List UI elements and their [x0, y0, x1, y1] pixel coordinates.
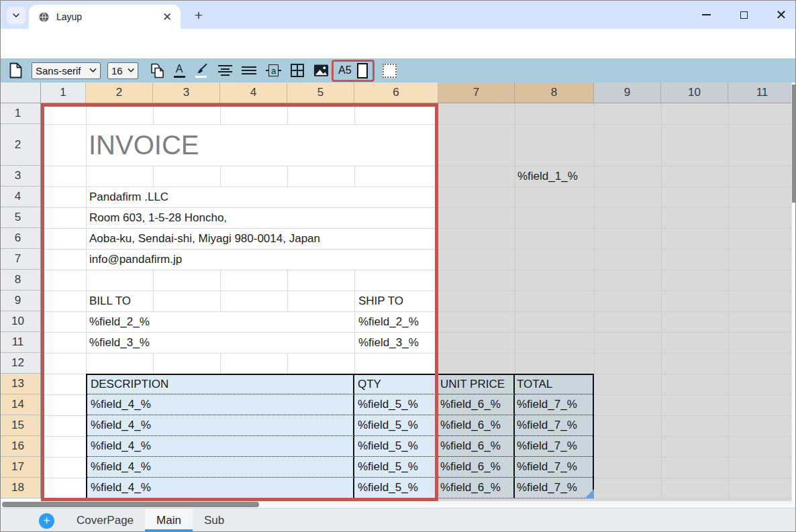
vertical-align-button[interactable] — [242, 60, 256, 81]
column-header-8[interactable]: 8 — [515, 83, 594, 103]
new-tab-button[interactable]: + — [189, 6, 208, 25]
vertical-scrollbar-thumb[interactable] — [792, 85, 796, 203]
column-header-1[interactable]: 1 — [41, 83, 86, 103]
sheet-tab-sub[interactable]: Sub — [193, 509, 236, 532]
vertical-scrollbar[interactable] — [791, 83, 796, 501]
cell-bill-to-field2[interactable]: %field_2_% — [89, 311, 150, 332]
new-document-button[interactable] — [6, 60, 25, 81]
table-cell-unit-price[interactable]: %field_6_% — [438, 477, 515, 498]
cell-field1[interactable]: %field_1_% — [517, 166, 578, 187]
table-header-qty[interactable]: QTY — [354, 375, 438, 394]
row-header-6[interactable]: 6 — [1, 228, 40, 249]
table-cell-qty[interactable]: %field_5_% — [354, 394, 438, 415]
cell-ship-to-field3[interactable]: %field_3_% — [358, 332, 419, 353]
gridline — [438, 207, 791, 208]
column-header-3[interactable]: 3 — [153, 83, 220, 103]
browser-tab[interactable]: Layup ✕ — [29, 5, 181, 29]
shrink-to-fit-button[interactable]: a — [266, 60, 281, 81]
table-cell-description[interactable]: %field_4_% — [87, 415, 354, 435]
row-header-13[interactable]: 13 — [1, 374, 40, 394]
cell-company-address1[interactable]: Room 603, 1-5-28 Honcho, — [89, 207, 227, 228]
print-area-button[interactable] — [383, 64, 397, 78]
fill-handle-triangle[interactable] — [585, 489, 594, 498]
row-header-17[interactable]: 17 — [1, 457, 40, 478]
cell-company-name[interactable]: Pandafirm .LLC — [89, 187, 168, 207]
gridline — [153, 103, 154, 124]
row-header-9[interactable]: 9 — [1, 290, 40, 311]
table-cell-total[interactable]: %field_7_% — [515, 415, 593, 435]
row-header-12[interactable]: 12 — [1, 353, 40, 374]
table-header-total[interactable]: TOTAL — [515, 375, 593, 394]
font-color-button[interactable]: A — [172, 60, 187, 81]
row-header-10[interactable]: 10 — [1, 311, 40, 332]
cell-bill-to-field3[interactable]: %field_3_% — [89, 332, 150, 353]
cell-ship-to-field2[interactable]: %field_2_% — [358, 311, 419, 332]
row-header-4[interactable]: 4 — [1, 187, 40, 207]
table-cell-description[interactable]: %field_4_% — [87, 394, 354, 415]
table-cell-description[interactable]: %field_4_% — [87, 435, 354, 456]
table-cell-qty[interactable]: %field_5_% — [354, 477, 438, 498]
table-cell-qty[interactable]: %field_5_% — [354, 415, 438, 435]
row-header-15[interactable]: 15 — [1, 415, 40, 436]
cell-ship-to-label[interactable]: SHIP TO — [358, 290, 403, 311]
maximize-button[interactable] — [734, 5, 754, 25]
row-header-5[interactable]: 5 — [1, 207, 40, 228]
sheet-tab-main[interactable]: Main — [145, 509, 193, 532]
horizontal-align-button[interactable] — [217, 60, 232, 81]
column-header-4[interactable]: 4 — [220, 83, 287, 103]
borders-button[interactable] — [291, 60, 304, 81]
cell-bill-to-label[interactable]: BILL TO — [89, 290, 131, 311]
table-cell-description[interactable]: %field_4_% — [87, 477, 354, 498]
table-cell-qty[interactable]: %field_5_% — [354, 435, 438, 456]
paper-size-control[interactable]: A5 — [332, 60, 375, 82]
gridline — [438, 290, 791, 291]
table-cell-unit-price[interactable]: %field_6_% — [438, 415, 515, 435]
tab-close-icon[interactable]: ✕ — [160, 10, 174, 24]
cell-invoice-title[interactable]: INVOICE — [89, 124, 199, 166]
select-all-corner[interactable] — [1, 83, 41, 103]
table-cell-qty[interactable]: %field_5_% — [354, 456, 438, 477]
sheet-tab-coverpage[interactable]: CoverPage — [65, 509, 145, 532]
horizontal-scrollbar[interactable] — [1, 501, 796, 508]
column-header-9[interactable]: 9 — [594, 83, 661, 103]
column-header-5[interactable]: 5 — [287, 83, 354, 103]
fill-color-button[interactable] — [193, 60, 208, 81]
minimize-button[interactable] — [696, 5, 716, 25]
row-header-14[interactable]: 14 — [1, 394, 40, 415]
copy-format-button[interactable] — [148, 60, 168, 81]
column-header-6[interactable]: 6 — [354, 83, 438, 103]
column-header-2[interactable]: 2 — [86, 83, 153, 103]
table-cell-total[interactable]: %field_7_% — [515, 456, 593, 477]
table-header-description[interactable]: DESCRIPTION — [87, 375, 354, 394]
column-header-10[interactable]: 10 — [661, 83, 728, 103]
tab-search-button[interactable] — [7, 7, 26, 24]
font-size-select[interactable]: 16 — [107, 62, 138, 79]
gridline — [220, 353, 221, 374]
invoice-items-table: DESCRIPTION QTY UNIT PRICE TOTAL %field_… — [86, 374, 594, 498]
table-header-unit-price[interactable]: UNIT PRICE — [438, 375, 515, 394]
table-cell-unit-price[interactable]: %field_6_% — [438, 394, 515, 415]
column-header-7[interactable]: 7 — [438, 83, 515, 103]
column-header-11[interactable]: 11 — [728, 83, 796, 103]
table-cell-total[interactable]: %field_7_% — [515, 477, 593, 498]
cell-company-email[interactable]: info@pandafirm.jp — [89, 249, 182, 270]
horizontal-scrollbar-thumb[interactable] — [2, 502, 259, 507]
row-header-16[interactable]: 16 — [1, 436, 40, 457]
row-header-18[interactable]: 18 — [1, 478, 40, 498]
close-window-button[interactable]: ✕ — [771, 5, 791, 25]
font-family-select[interactable]: Sans-serif — [32, 62, 101, 79]
table-cell-description[interactable]: %field_4_% — [87, 456, 354, 477]
row-header-2[interactable]: 2 — [1, 124, 40, 166]
row-header-8[interactable]: 8 — [1, 270, 40, 290]
table-cell-unit-price[interactable]: %field_6_% — [438, 456, 515, 477]
insert-image-button[interactable] — [313, 60, 329, 81]
row-header-11[interactable]: 11 — [1, 332, 40, 353]
table-cell-total[interactable]: %field_7_% — [515, 435, 593, 456]
add-sheet-button[interactable]: + — [39, 513, 54, 529]
table-cell-total[interactable]: %field_7_% — [515, 394, 593, 415]
row-header-3[interactable]: 3 — [1, 166, 40, 187]
table-cell-unit-price[interactable]: %field_6_% — [438, 435, 515, 456]
row-header-7[interactable]: 7 — [1, 249, 40, 270]
cell-company-address2[interactable]: Aoba-ku, Sendai-shi, Miyagi 980-0014, Ja… — [89, 228, 320, 249]
row-header-1[interactable]: 1 — [1, 103, 40, 124]
